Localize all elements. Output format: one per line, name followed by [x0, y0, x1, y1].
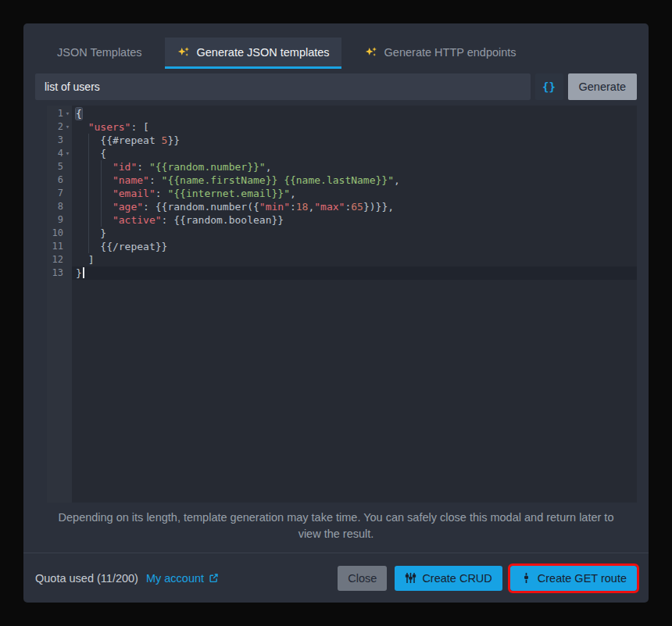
line-gutter: 13 — [47, 266, 72, 280]
line-number: 3 — [58, 134, 63, 147]
code-line[interactable]: 8 "age": {{random.number({"min":18,"max"… — [47, 200, 637, 213]
code-line[interactable]: 4▾ { — [47, 147, 637, 160]
tab-json-templates[interactable]: JSON Templates — [45, 38, 154, 69]
create-crud-label: Create CRUD — [422, 572, 491, 585]
prompt-input[interactable] — [35, 73, 531, 100]
line-number: 4 — [58, 147, 63, 160]
code-text: "name": "{{name.firstName}} {{name.lastN… — [72, 173, 637, 187]
close-button[interactable]: Close — [338, 566, 387, 591]
line-gutter: 6 — [47, 173, 72, 187]
code-line[interactable]: 2▾ "users": [ — [47, 120, 637, 134]
code-text: ] — [72, 253, 637, 266]
code-line[interactable]: 1▾{ — [47, 107, 637, 120]
line-gutter: 4▾ — [47, 147, 72, 160]
line-gutter: 1▾ — [47, 107, 72, 120]
code-line[interactable]: 7 "email": "{{internet.email}}", — [47, 187, 637, 200]
line-number: 2 — [58, 120, 63, 134]
line-gutter: 2▾ — [47, 120, 72, 134]
my-account-label: My account — [146, 572, 204, 585]
code-line[interactable]: 6 "name": "{{name.firstName}} {{name.las… — [47, 173, 637, 187]
code-text: "age": {{random.number({"min":18,"max":6… — [72, 200, 637, 213]
code-line[interactable]: 9 "active": {{random.boolean}} — [47, 213, 637, 227]
prompt-row: {} Generate — [23, 69, 649, 100]
code-text: "active": {{random.boolean}} — [72, 213, 637, 227]
tab-bar: JSON Templates Generate JSON templates G… — [23, 23, 649, 69]
route-slider-icon — [520, 572, 532, 584]
create-get-route-button[interactable]: Create GET route — [510, 566, 637, 591]
sliders-icon — [405, 572, 416, 584]
code-line[interactable]: 3 {{#repeat 5}} — [47, 134, 637, 147]
line-gutter: 8 — [47, 200, 72, 213]
code-text: {{/repeat}} — [72, 240, 637, 253]
code-text: } — [72, 266, 637, 280]
footer-left: Quota used (11/200) My account — [35, 572, 219, 585]
generate-templates-modal: JSON Templates Generate JSON templates G… — [23, 23, 649, 603]
code-line[interactable]: 10 } — [47, 227, 637, 240]
line-number: 10 — [52, 227, 63, 240]
line-gutter: 5 — [47, 160, 72, 173]
line-gutter: 12 — [47, 253, 72, 266]
code-text: { — [72, 147, 637, 160]
text-cursor — [83, 267, 84, 278]
code-text: "id": "{{random.number}}", — [72, 160, 637, 173]
line-number: 1 — [58, 107, 63, 120]
code-text: {{#repeat 5}} — [72, 134, 637, 147]
line-number: 11 — [52, 240, 63, 253]
line-number: 13 — [52, 266, 63, 280]
tab-generate-http-endpoints[interactable]: Generate HTTP endpoints — [352, 38, 528, 69]
fold-arrow-icon[interactable]: ▾ — [63, 120, 72, 134]
code-editor[interactable]: 1▾{2▾ "users": [3 {{#repeat 5}}4▾ {5 "id… — [47, 106, 637, 503]
line-number: 12 — [52, 253, 63, 266]
line-number: 5 — [58, 160, 63, 173]
create-get-route-label: Create GET route — [538, 572, 627, 585]
braces-icon-button[interactable]: {} — [535, 73, 563, 100]
code-text: { — [72, 107, 637, 120]
fold-arrow-icon[interactable]: ▾ — [63, 147, 72, 160]
line-gutter: 10 — [47, 227, 72, 240]
line-number: 7 — [58, 187, 63, 200]
fold-arrow-icon[interactable]: ▾ — [63, 107, 72, 120]
line-gutter: 11 — [47, 240, 72, 253]
generation-note: Depending on its length, template genera… — [55, 510, 617, 542]
line-number: 8 — [58, 200, 63, 213]
code-line[interactable]: 12 ] — [47, 253, 637, 266]
tab-label: Generate JSON templates — [197, 46, 330, 59]
sparkles-icon — [364, 45, 378, 59]
code-lines: 1▾{2▾ "users": [3 {{#repeat 5}}4▾ {5 "id… — [47, 107, 637, 280]
code-line[interactable]: 11 {{/repeat}} — [47, 240, 637, 253]
code-text: } — [72, 227, 637, 240]
tab-generate-json-templates[interactable]: Generate JSON templates — [165, 38, 341, 69]
code-line[interactable]: 5 "id": "{{random.number}}", — [47, 160, 637, 173]
line-number: 9 — [58, 213, 63, 227]
generate-button[interactable]: Generate — [568, 73, 637, 100]
code-line[interactable]: 13} — [47, 266, 637, 280]
modal-footer: Quota used (11/200) My account Close — [23, 553, 649, 603]
sparkles-icon — [177, 45, 191, 59]
external-link-icon — [209, 573, 219, 583]
footer-right: Close Create CRUD Create GET — [338, 566, 637, 591]
quota-text: Quota used (11/200) — [35, 572, 138, 585]
line-gutter: 3 — [47, 134, 72, 147]
code-text: "email": "{{internet.email}}", — [72, 187, 637, 200]
tab-label: Generate HTTP endpoints — [384, 46, 517, 59]
create-crud-button[interactable]: Create CRUD — [395, 566, 502, 591]
line-number: 6 — [58, 173, 63, 187]
tab-label: JSON Templates — [57, 46, 142, 59]
line-gutter: 7 — [47, 187, 72, 200]
my-account-link[interactable]: My account — [146, 572, 219, 585]
line-gutter: 9 — [47, 213, 72, 227]
code-text: "users": [ — [72, 120, 637, 134]
